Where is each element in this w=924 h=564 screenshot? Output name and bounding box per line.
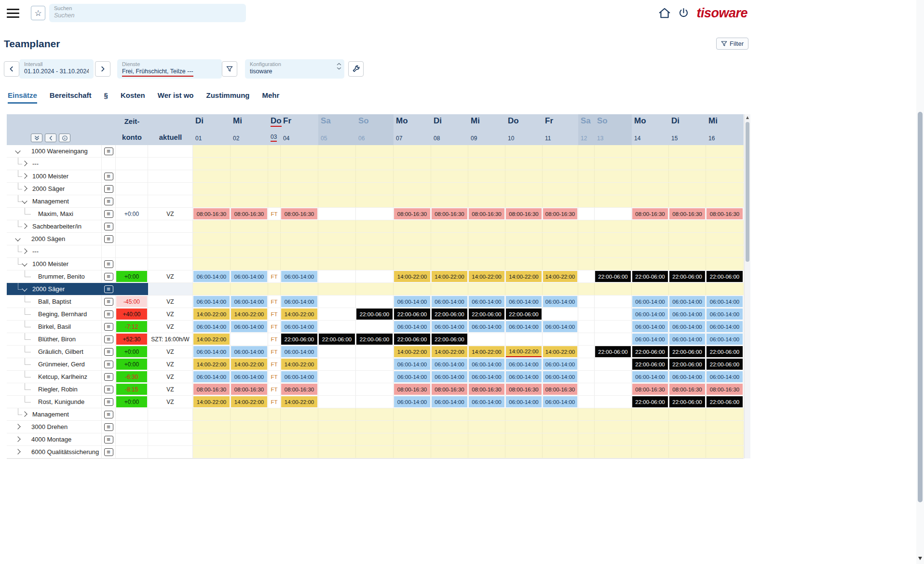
schedule-cell[interactable] xyxy=(595,245,632,257)
schedule-cell[interactable]: 06:00-14:00 xyxy=(394,358,431,370)
schedule-cell[interactable] xyxy=(468,333,505,345)
shift-late[interactable]: 14:00-22:00 xyxy=(469,271,504,282)
spinner-arrows-icon[interactable] xyxy=(337,63,341,70)
schedule-cell[interactable] xyxy=(543,145,578,157)
schedule-cell[interactable] xyxy=(394,158,431,170)
schedule-cell[interactable]: 14:00-22:00 xyxy=(281,396,318,408)
power-icon[interactable] xyxy=(678,8,689,19)
schedule-cell[interactable] xyxy=(578,220,595,232)
schedule-cell[interactable] xyxy=(595,333,632,345)
shift-early[interactable]: 06:00-14:00 xyxy=(632,334,668,345)
schedule-cell[interactable] xyxy=(394,233,431,245)
shift-early[interactable]: 06:00-14:00 xyxy=(506,396,542,407)
shift-holiday[interactable]: FT xyxy=(269,309,280,320)
schedule-cell[interactable] xyxy=(578,158,595,170)
schedule-cell[interactable]: 06:00-14:00 xyxy=(431,321,468,333)
row-menu-icon[interactable]: ≡ xyxy=(104,436,113,443)
schedule-cell[interactable] xyxy=(356,183,394,195)
schedule-cell[interactable] xyxy=(595,233,632,245)
shift-holiday[interactable]: FT xyxy=(269,384,280,395)
shift-late[interactable]: 14:00-22:00 xyxy=(231,359,267,370)
schedule-cell[interactable]: 06:00-14:00 xyxy=(669,308,706,320)
schedule-cell[interactable]: 08:00-16:30 xyxy=(193,383,231,395)
schedule-cell[interactable] xyxy=(468,433,505,445)
shift-late[interactable]: 14:00-22:00 xyxy=(193,309,230,320)
shift-day[interactable]: 08:00-16:30 xyxy=(469,208,504,219)
schedule-cell[interactable] xyxy=(431,258,468,270)
row-menu-icon[interactable]: ≡ xyxy=(104,411,113,418)
tab-kosten[interactable]: Kosten xyxy=(121,91,145,104)
schedule-cell[interactable] xyxy=(505,245,543,257)
schedule-cell[interactable]: 06:00-14:00 xyxy=(632,321,669,333)
schedule-cell[interactable] xyxy=(356,396,394,408)
shift-day[interactable]: 08:00-16:30 xyxy=(281,208,317,219)
schedule-cell[interactable]: 06:00-14:00 xyxy=(431,396,468,408)
schedule-cell[interactable]: 08:00-16:30 xyxy=(543,208,578,220)
row-menu-icon[interactable]: ≡ xyxy=(104,198,113,205)
schedule-cell[interactable] xyxy=(318,383,356,395)
schedule-cell[interactable]: 06:00-14:00 xyxy=(468,321,505,333)
hamburger-menu-icon[interactable] xyxy=(7,9,19,18)
schedule-cell[interactable] xyxy=(468,446,505,458)
schedule-cell[interactable] xyxy=(595,283,632,295)
day-header-di-15[interactable]: Di15 xyxy=(669,114,706,145)
tree-person-name[interactable]: Ball, Baptist xyxy=(7,295,102,308)
schedule-cell[interactable] xyxy=(318,396,356,408)
schedule-cell[interactable]: 14:00-22:00 xyxy=(394,270,431,282)
shift-night[interactable]: 22:00-06:00 xyxy=(319,334,355,345)
schedule-cell[interactable] xyxy=(318,346,356,358)
schedule-cell[interactable] xyxy=(431,220,468,232)
tree-person-name[interactable]: Riegler, Robin xyxy=(7,383,102,395)
schedule-cell[interactable]: 14:00-22:00 xyxy=(505,270,543,282)
schedule-cell[interactable] xyxy=(543,433,578,445)
shift-night[interactable]: 22:00-06:00 xyxy=(281,334,317,345)
shift-early[interactable]: 06:00-14:00 xyxy=(432,396,467,407)
tree-group[interactable]: 6000 Qualitätssicherung xyxy=(7,446,102,458)
schedule-cell[interactable] xyxy=(431,283,468,295)
shift-early[interactable]: 06:00-14:00 xyxy=(669,309,705,320)
schedule-cell[interactable] xyxy=(268,220,281,232)
schedule-cell[interactable] xyxy=(231,446,268,458)
schedule-cell[interactable]: 06:00-14:00 xyxy=(231,295,268,308)
schedule-cell[interactable]: 06:00-14:00 xyxy=(669,333,706,345)
shift-late[interactable]: 14:00-22:00 xyxy=(543,346,577,357)
shift-early[interactable]: 06:00-14:00 xyxy=(506,321,542,332)
shift-day[interactable]: 08:00-16:30 xyxy=(193,384,230,395)
tab-eins-tze[interactable]: Einsätze xyxy=(8,91,37,104)
tab-mehr[interactable]: Mehr xyxy=(262,91,280,104)
schedule-cell[interactable]: 22:00-06:00 xyxy=(669,358,706,370)
schedule-cell[interactable] xyxy=(669,183,706,195)
schedule-cell[interactable]: 06:00-14:00 xyxy=(669,321,706,333)
schedule-cell[interactable] xyxy=(632,233,669,245)
schedule-cell[interactable] xyxy=(543,308,578,320)
schedule-cell[interactable]: 06:00-14:00 xyxy=(505,295,543,308)
row-menu-icon[interactable]: ≡ xyxy=(104,173,113,180)
schedule-cell[interactable] xyxy=(578,258,595,270)
tree-group[interactable]: --- xyxy=(7,158,102,170)
schedule-cell[interactable]: 08:00-16:30 xyxy=(632,383,669,395)
schedule-cell[interactable] xyxy=(578,383,595,395)
schedule-cell[interactable]: FT xyxy=(268,295,281,308)
tree-group[interactable]: 1000 Wareneingang xyxy=(7,145,102,157)
schedule-cell[interactable]: 06:00-14:00 xyxy=(193,295,231,308)
favorites-button[interactable]: ☆ xyxy=(31,6,45,20)
schedule-cell[interactable] xyxy=(669,233,706,245)
schedule-cell[interactable] xyxy=(632,183,669,195)
schedule-cell[interactable]: 06:00-14:00 xyxy=(505,396,543,408)
schedule-cell[interactable] xyxy=(595,433,632,445)
schedule-cell[interactable] xyxy=(356,158,394,170)
shift-late[interactable]: 14:00-22:00 xyxy=(394,271,430,282)
day-header-do-10[interactable]: Do10 xyxy=(505,114,543,145)
shift-day[interactable]: 08:00-16:30 xyxy=(632,384,668,395)
schedule-cell[interactable]: FT xyxy=(268,208,281,220)
day-header-do-03[interactable]: Do03 xyxy=(268,114,281,145)
shift-day[interactable]: 08:00-16:30 xyxy=(193,208,230,219)
schedule-cell[interactable] xyxy=(268,421,281,433)
dienste-filter-button[interactable] xyxy=(222,61,237,77)
shift-holiday[interactable]: FT xyxy=(269,359,280,370)
schedule-cell[interactable] xyxy=(394,421,431,433)
schedule-cell[interactable]: 22:00-06:00 xyxy=(632,396,669,408)
schedule-cell[interactable]: 08:00-16:30 xyxy=(543,383,578,395)
schedule-cell[interactable]: 22:00-06:00 xyxy=(468,308,505,320)
row-menu-icon[interactable]: ≡ xyxy=(104,348,113,356)
